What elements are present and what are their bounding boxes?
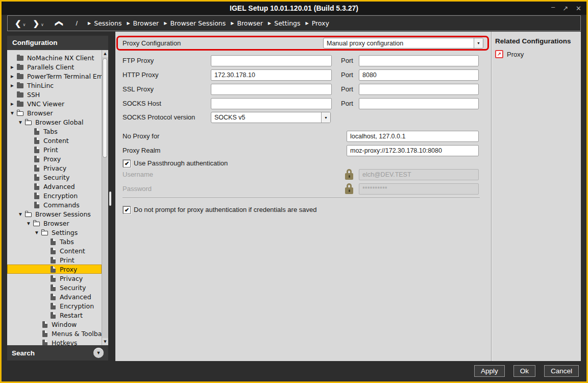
breadcrumb-item-browser[interactable]: Browser [237, 19, 263, 27]
tree-item-ssh[interactable]: SSH [7, 90, 102, 99]
tree-item-label: Settings [51, 229, 78, 236]
tree-item-nomachine-nx-client[interactable]: NoMachine NX Client [7, 53, 102, 62]
tree-item-proxy[interactable]: Proxy [7, 265, 102, 274]
breadcrumb-item-settings[interactable]: Settings [274, 19, 300, 27]
tree-item-commands[interactable]: Commands [7, 200, 102, 209]
forward-icon[interactable]: ❯ [33, 19, 39, 28]
minimize-icon[interactable]: – [551, 4, 555, 10]
tree-item-hotkeys[interactable]: Hotkeys [7, 338, 102, 345]
search-bar[interactable]: Search ▼ [7, 345, 108, 361]
scrollbar-thumb[interactable] [103, 58, 107, 158]
tree-item-label: Browser [43, 220, 69, 227]
doc-icon [41, 321, 49, 328]
splitter-handle[interactable] [109, 192, 111, 206]
proxy-configuration-label: Proxy Configuration [122, 39, 181, 47]
ok-button[interactable]: Ok [513, 365, 535, 377]
tree-collapsed-arrow-icon[interactable]: ▶ [10, 65, 17, 69]
no-prompt-checkbox[interactable] [123, 206, 131, 214]
sidebar-header: Configuration [7, 36, 108, 50]
close-icon[interactable]: ✕ [576, 5, 581, 12]
tree-expanded-arrow-icon[interactable]: ▼ [18, 120, 25, 125]
tree-expanded-arrow-icon[interactable]: ▼ [10, 111, 17, 115]
tree-item-parallels-client[interactable]: ▶Parallels Client [7, 62, 102, 71]
cancel-button[interactable]: Cancel [544, 365, 579, 377]
tree-item-content[interactable]: Content [7, 246, 102, 255]
tree-expanded-arrow-icon[interactable]: ▼ [18, 212, 25, 217]
breadcrumb-item-sessions[interactable]: Sessions [94, 19, 121, 27]
tree-item-label: Browser Sessions [35, 210, 91, 218]
doc-icon [33, 165, 41, 172]
ftp-proxy-field[interactable] [211, 55, 332, 66]
tree-item-label: VNC Viewer [27, 100, 64, 108]
tree-item-privacy[interactable]: Privacy [7, 274, 102, 283]
tree-item-browser-sessions[interactable]: ▼Browser Sessions [7, 209, 102, 219]
tree-item-security[interactable]: Security [7, 173, 102, 182]
tree-scrollbar[interactable]: ▲ ▼ [102, 50, 108, 345]
tree-item-window[interactable]: Window [7, 320, 102, 329]
passthrough-checkbox[interactable] [123, 160, 131, 167]
tree-collapsed-arrow-icon[interactable]: ▶ [10, 74, 17, 79]
tree-item-restart[interactable]: Restart [7, 310, 102, 320]
breadcrumb-item-proxy[interactable]: Proxy [312, 19, 329, 27]
tree-item-browser-global[interactable]: ▼Browser Global [7, 117, 102, 127]
tree-expanded-arrow-icon[interactable]: ▼ [35, 230, 41, 235]
proxy-realm-field[interactable] [347, 145, 479, 156]
tree-collapsed-arrow-icon[interactable]: ▶ [10, 83, 17, 88]
breadcrumb-item-browser[interactable]: Browser [133, 19, 159, 27]
breadcrumb-item-browser-sessions[interactable]: Browser Sessions [170, 19, 226, 27]
tree-item-vnc-viewer[interactable]: ▶VNC Viewer [7, 99, 102, 108]
up-icon[interactable]: ❯ [54, 20, 63, 27]
tree-item-settings[interactable]: ▼Settings [7, 228, 102, 237]
proxy-configuration-select[interactable]: Manual proxy configuration ▼ [323, 38, 483, 49]
http-proxy-port-field[interactable] [359, 69, 479, 81]
restore-icon[interactable]: ↗ [562, 5, 568, 12]
tree-item-print[interactable]: Print [7, 255, 102, 265]
apply-button[interactable]: Apply [474, 365, 505, 377]
scroll-up-icon[interactable]: ▲ [102, 50, 108, 57]
socks-host-port-field[interactable] [359, 98, 479, 109]
scroll-down-icon[interactable]: ▼ [102, 338, 108, 345]
tree-item-encryption[interactable]: Encryption [7, 191, 102, 200]
chevron-down-icon[interactable]: ▼ [321, 112, 330, 123]
tree-item-print[interactable]: Print [7, 145, 102, 154]
ssl-proxy-field[interactable] [211, 84, 332, 95]
tree-item-proxy[interactable]: Proxy [7, 154, 102, 163]
tree-item-advanced[interactable]: Advanced [7, 292, 102, 301]
tree-expanded-arrow-icon[interactable]: ▼ [27, 221, 33, 226]
tree-item-encryption[interactable]: Encryption [7, 301, 102, 310]
doc-icon [33, 202, 41, 208]
tree-collapsed-arrow-icon[interactable]: ▶ [10, 102, 17, 106]
password-field [359, 183, 479, 195]
search-dropdown-icon[interactable]: ▼ [93, 348, 104, 358]
tree-item-advanced[interactable]: Advanced [7, 182, 102, 191]
no-proxy-field[interactable] [347, 131, 479, 142]
tree-item-menus-toolba[interactable]: Menus & Toolba [7, 329, 102, 338]
tree-item-tabs[interactable]: Tabs [7, 127, 102, 136]
footer-button-bar: ApplyOkCancel [474, 365, 579, 377]
ssl-proxy-port-field[interactable] [359, 84, 479, 95]
related-config-proxy[interactable]: ↗Proxy [495, 50, 580, 58]
ftp-proxy-port-field[interactable] [359, 55, 479, 66]
forward-history-caret-icon[interactable]: ∨ [41, 22, 44, 27]
tree-item-privacy[interactable]: Privacy [7, 163, 102, 173]
tree-item-powerterm-terminal-em[interactable]: ▶PowerTerm Terminal Em [7, 71, 102, 81]
lock-icon [345, 169, 353, 180]
tree-item-label: Content [59, 247, 85, 255]
tree-item-label: Browser [27, 109, 53, 117]
tree-item-label: Commands [43, 201, 80, 209]
socks-protocol-select[interactable]: SOCKS v5 ▼ [211, 112, 331, 123]
chevron-down-icon[interactable]: ▼ [474, 38, 483, 48]
tree-item-browser[interactable]: ▼Browser [7, 219, 102, 228]
username-field [359, 169, 479, 180]
back-icon[interactable]: ❮ [15, 19, 21, 28]
tree-item-browser[interactable]: ▼Browser [7, 108, 102, 117]
tree-item-content[interactable]: Content [7, 136, 102, 145]
http-proxy-field[interactable] [211, 69, 332, 81]
tree-item-thinlinc[interactable]: ▶ThinLinc [7, 81, 102, 90]
panel-divider [491, 32, 492, 361]
socks-host-field[interactable] [211, 98, 332, 109]
back-history-caret-icon[interactable]: ∨ [23, 22, 26, 27]
tree-item-tabs[interactable]: Tabs [7, 237, 102, 246]
tree-item-label: ThinLinc [27, 82, 54, 89]
tree-item-security[interactable]: Security [7, 283, 102, 292]
